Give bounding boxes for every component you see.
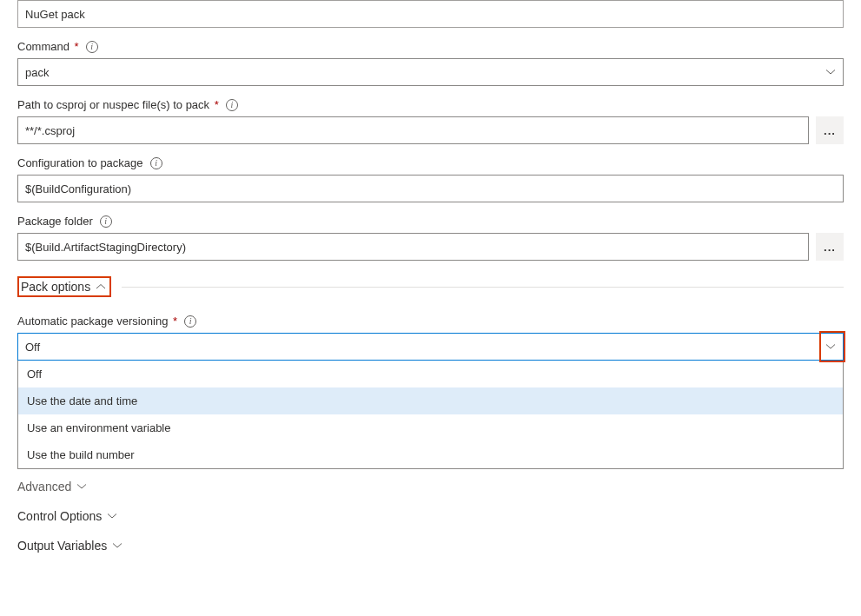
section-pack-options[interactable]: Pack options — [21, 280, 106, 294]
versioning-option-off[interactable]: Off — [18, 361, 843, 387]
section-output-variables[interactable]: Output Variables — [17, 539, 844, 553]
chevron-down-icon — [825, 69, 836, 76]
section-advanced[interactable]: Advanced — [17, 480, 844, 493]
package-folder-label: Package folder i — [17, 215, 844, 228]
display-name-input[interactable] — [17, 0, 844, 28]
info-icon[interactable]: i — [184, 315, 196, 328]
section-title: Control Options — [17, 509, 102, 523]
chevron-up-icon — [96, 283, 106, 290]
info-icon[interactable]: i — [150, 157, 162, 169]
divider — [122, 287, 844, 288]
chevron-down-icon — [107, 513, 117, 520]
info-icon[interactable]: i — [226, 99, 238, 111]
package-folder-input[interactable] — [17, 233, 809, 261]
section-title: Output Variables — [17, 539, 107, 553]
info-icon[interactable]: i — [86, 41, 98, 53]
chevron-down-icon — [112, 542, 123, 549]
command-label: Command * i — [17, 40, 844, 53]
section-title: Advanced — [17, 480, 71, 493]
section-control-options[interactable]: Control Options — [17, 509, 844, 523]
section-title: Pack options — [21, 280, 90, 294]
configuration-input[interactable] — [17, 175, 844, 202]
browse-button[interactable]: ... — [816, 116, 844, 144]
versioning-option-buildnum[interactable]: Use the build number — [18, 441, 843, 468]
chevron-down-icon — [76, 483, 87, 490]
configuration-label: Configuration to package i — [17, 156, 844, 169]
versioning-option-envvar[interactable]: Use an environment variable — [18, 414, 843, 441]
chevron-down-icon — [825, 343, 836, 350]
versioning-dropdown: Off Use the date and time Use an environ… — [17, 361, 844, 469]
info-icon[interactable]: i — [100, 215, 112, 228]
path-input[interactable] — [17, 116, 809, 144]
path-label: Path to csproj or nuspec file(s) to pack… — [17, 98, 844, 111]
versioning-label: Automatic package versioning * i — [17, 315, 844, 328]
versioning-select-value: Off — [25, 341, 40, 354]
browse-button[interactable]: ... — [816, 233, 844, 261]
command-select[interactable]: pack — [17, 58, 844, 86]
command-select-value: pack — [25, 66, 49, 79]
versioning-select[interactable]: Off — [17, 333, 844, 361]
versioning-option-datetime[interactable]: Use the date and time — [18, 387, 843, 414]
